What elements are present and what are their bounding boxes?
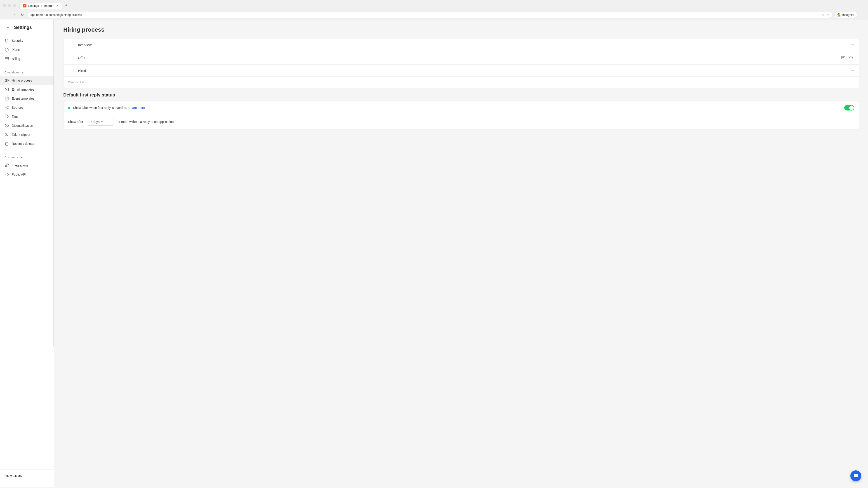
more-options-hired[interactable]: [850, 70, 854, 71]
back-button[interactable]: ←: [4, 24, 11, 31]
profile-button[interactable]: 🕵 Incognito: [834, 12, 857, 18]
sidebar-item-event-templates[interactable]: Event templates: [0, 94, 54, 103]
drag-handle-interview[interactable]: ⋮⋮: [68, 42, 75, 47]
sidebar-item-label: Plans: [12, 48, 20, 52]
toggle-knob: [849, 105, 854, 110]
reply-status-row: Show label when first reply is overdue. …: [64, 101, 859, 114]
reader-icon[interactable]: ▤: [827, 13, 829, 17]
close-button[interactable]: [13, 4, 16, 7]
edit-offer-button[interactable]: [840, 55, 846, 61]
sidebar: ← Settings Security Plans Billin: [0, 20, 54, 487]
scissors-icon: [4, 132, 9, 137]
new-tab-button[interactable]: +: [63, 2, 69, 9]
stage-actions-offer: [840, 55, 854, 61]
svg-line-14: [6, 107, 7, 107]
learn-more-link[interactable]: Learn more: [129, 106, 145, 109]
mail-icon: [4, 87, 9, 92]
more-options-interview[interactable]: [850, 44, 854, 45]
trash-icon: [4, 141, 9, 146]
sidebar-item-label: Recently deleted: [12, 142, 35, 145]
sidebar-item-email-templates[interactable]: Email templates: [0, 85, 54, 94]
stage-item-hired: ⋮⋮ Hired: [64, 65, 859, 76]
active-tab[interactable]: H Settings · Homerun ✕: [20, 2, 62, 9]
svg-line-13: [6, 108, 7, 108]
drag-handle-hired[interactable]: ⋮⋮: [68, 68, 75, 73]
stage-name-hired: Hired: [78, 69, 848, 72]
candidates-section-label[interactable]: Candidates ▲: [0, 69, 54, 76]
candidates-section: Candidates ▲ Hiring process Email templa…: [0, 68, 54, 149]
tab-close-button[interactable]: ✕: [56, 4, 59, 7]
sidebar-item-label: Tags: [12, 115, 19, 119]
show-after-row: Show after 7 days ▾ or more without a re…: [64, 114, 859, 129]
star-icon[interactable]: ☆: [822, 13, 825, 17]
address-bar[interactable]: app.homerun.co/settings/hiring-process ☆…: [27, 12, 833, 18]
back-nav-button[interactable]: ←: [3, 11, 9, 18]
stage-name-offer: Offer: [78, 56, 837, 60]
svg-point-18: [5, 133, 6, 134]
address-icons: ☆ ▤: [822, 13, 829, 17]
sidebar-item-label: Integrations: [12, 164, 28, 167]
share-icon: [4, 105, 9, 110]
status-dot: [68, 107, 70, 109]
maximize-button[interactable]: [8, 4, 11, 7]
reload-button[interactable]: ↻: [19, 11, 25, 18]
stage-actions-hired: [850, 70, 854, 71]
main-content: Hiring process ⋮⋮ Interview ⋮⋮ Offer: [54, 20, 868, 487]
address-bar-row: ← → ↻ app.homerun.co/settings/hiring-pro…: [0, 10, 868, 19]
incognito-icon: 🕵: [837, 13, 841, 17]
sidebar-item-integrations[interactable]: Integrations: [0, 161, 54, 170]
app-layout: ← Settings Security Plans Billin: [0, 20, 868, 487]
svg-point-10: [7, 106, 8, 107]
sidebar-item-public-api[interactable]: Public API: [0, 170, 54, 179]
customize-section-label[interactable]: Customize ▼: [0, 154, 54, 161]
reply-toggle[interactable]: [844, 105, 854, 110]
target-icon: [4, 78, 9, 83]
sidebar-item-billing[interactable]: Billing: [0, 54, 54, 63]
sidebar-item-sources[interactable]: Sources: [0, 103, 54, 112]
sidebar-item-plans[interactable]: Plans: [0, 45, 54, 54]
svg-point-19: [5, 135, 6, 136]
settings-header: ← Settings: [0, 24, 54, 35]
sidebar-item-hiring-process[interactable]: Hiring process: [0, 76, 54, 85]
days-dropdown[interactable]: 7 days ▾: [87, 118, 114, 126]
window-controls: [3, 4, 16, 7]
customize-section: Customize ▼ Integrations Public API: [0, 153, 54, 180]
svg-rect-0: [5, 57, 9, 60]
browser-menu-button[interactable]: ⋮: [859, 11, 865, 18]
stage-name-interview: Interview: [78, 43, 848, 47]
tag-icon: [4, 114, 9, 119]
waiting-list-name: Waiting List: [68, 80, 86, 84]
delete-offer-button[interactable]: [848, 55, 854, 61]
show-after-suffix: or more without a reply to an applicatio…: [118, 120, 175, 124]
reply-status-text: Show label when first reply is overdue. …: [73, 106, 842, 109]
tab-favicon: H: [23, 4, 26, 7]
minimize-button[interactable]: [3, 4, 6, 7]
drag-handle-offer[interactable]: ⋮⋮: [68, 55, 75, 60]
days-value: 7 days: [90, 120, 99, 124]
sidebar-item-tags[interactable]: Tags: [0, 112, 54, 121]
forward-nav-button[interactable]: →: [11, 11, 17, 18]
sidebar-item-disqualification[interactable]: Disqualification: [0, 121, 54, 130]
profile-label: Incognito: [842, 13, 854, 17]
sidebar-item-label: Talent clipper: [12, 133, 31, 136]
stage-actions-interview: [850, 44, 854, 45]
credit-card-icon: [4, 57, 9, 61]
sidebar-item-talent-clipper[interactable]: Talent clipper: [0, 130, 54, 139]
sidebar-item-security[interactable]: Security: [0, 36, 54, 45]
puzzle-icon: [4, 163, 9, 168]
sidebar-item-recently-deleted[interactable]: Recently deleted: [0, 139, 54, 148]
box-icon: [4, 47, 9, 52]
tab-bar: H Settings · Homerun ✕ +: [18, 1, 71, 9]
sidebar-item-label: Disqualification: [12, 124, 33, 127]
chat-button[interactable]: [850, 470, 861, 481]
svg-rect-6: [5, 97, 8, 100]
sidebar-footer: HOMERUN: [0, 469, 54, 482]
stage-item-offer: ⋮⋮ Offer: [64, 51, 859, 65]
sidebar-item-label: Email templates: [12, 88, 34, 91]
chevron-down-icon: ▾: [101, 120, 103, 123]
address-text: app.homerun.co/settings/hiring-process: [31, 13, 82, 17]
shield-icon: [4, 38, 9, 43]
sidebar-item-label: Event templates: [12, 97, 34, 100]
svg-line-22: [6, 134, 7, 135]
svg-point-12: [7, 108, 8, 109]
